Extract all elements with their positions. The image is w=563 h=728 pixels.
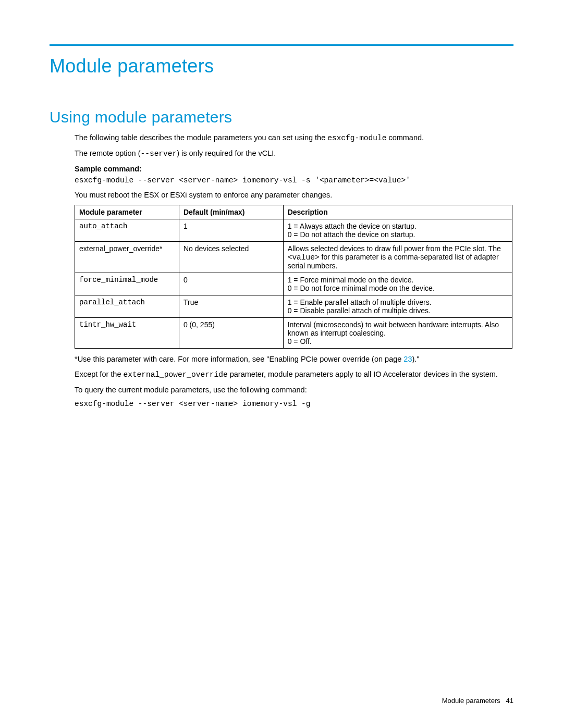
cell-param: force_minimal_mode: [75, 273, 179, 295]
top-rule: [50, 44, 513, 46]
th-description: Description: [283, 205, 512, 219]
cell-description: 1 = Enable parallel attach of multiple d…: [283, 295, 512, 318]
cell-param: external_power_override*: [75, 242, 179, 273]
table-row: external_power_override*No devices selec…: [75, 242, 512, 273]
query-text: To query the current module parameters, …: [75, 385, 513, 396]
inline-code: external_power_override: [124, 371, 228, 379]
cell-description: 1 = Force minimal mode on the device.0 =…: [283, 273, 512, 295]
query-command-code: esxcfg-module --server <server-name> iom…: [75, 400, 513, 408]
page-ref-link[interactable]: 23: [403, 355, 412, 363]
intro-text-1: The following table describes the module…: [75, 132, 513, 144]
cell-default: True: [179, 295, 283, 318]
module-parameter-table: Module parameter Default (min/max) Descr…: [75, 205, 512, 349]
cell-default: 0: [179, 273, 283, 295]
footnote-text: *Use this parameter with care. For more …: [75, 354, 513, 365]
cell-param: auto_attach: [75, 219, 179, 242]
table-header-row: Module parameter Default (min/max) Descr…: [75, 205, 512, 219]
cell-param: tintr_hw_wait: [75, 318, 179, 349]
table-row: auto_attach11 = Always attach the device…: [75, 219, 512, 242]
reboot-note: You must reboot the ESX or ESXi system t…: [75, 190, 513, 201]
table-row: force_minimal_mode01 = Force minimal mod…: [75, 273, 512, 295]
inline-code: --server: [141, 150, 177, 158]
sample-command-label: Sample command:: [75, 165, 513, 173]
cell-description: 1 = Always attach the device on startup.…: [283, 219, 512, 242]
inline-code: esxcfg-module: [327, 134, 386, 142]
page-title: Module parameters: [50, 55, 513, 77]
table-row: tintr_hw_wait0 (0, 255)Interval (microse…: [75, 318, 512, 349]
section-heading: Using module parameters: [50, 108, 513, 126]
th-module-parameter: Module parameter: [75, 205, 179, 219]
cell-default: 0 (0, 255): [179, 318, 283, 349]
footer-section-label: Module parameters: [442, 697, 500, 705]
cell-default: 1: [179, 219, 283, 242]
cell-default: No devices selected: [179, 242, 283, 273]
cell-description: Interval (microseconds) to wait between …: [283, 318, 512, 349]
page-footer: Module parameters 41: [442, 697, 513, 705]
footer-page-number: 41: [506, 697, 513, 705]
table-row: parallel_attachTrue1 = Enable parallel a…: [75, 295, 512, 318]
cell-param: parallel_attach: [75, 295, 179, 318]
sample-command-code: esxcfg-module --server <server-name> iom…: [75, 176, 513, 184]
intro-text-2: The remote option (--server) is only req…: [75, 148, 513, 159]
th-default: Default (min/max): [179, 205, 283, 219]
cell-description: Allows selected devices to draw full pow…: [283, 242, 512, 273]
except-text: Except for the external_power_override p…: [75, 369, 513, 380]
